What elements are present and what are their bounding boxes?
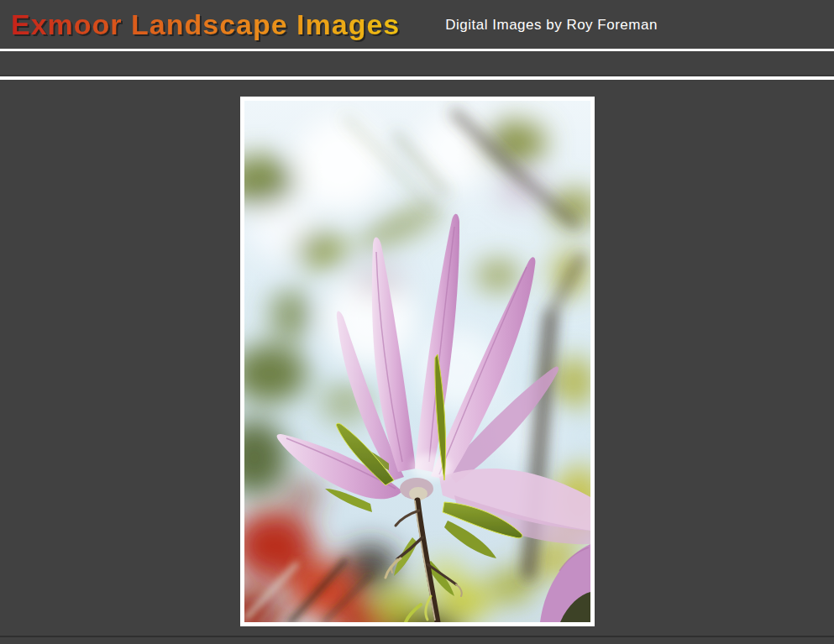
navbar (0, 51, 834, 76)
main-content (0, 80, 834, 636)
site-header: Exmoor Landscape Images Digital Images b… (0, 0, 834, 49)
page: Exmoor Landscape Images Digital Images b… (0, 0, 834, 644)
site-subtitle: Digital Images by Roy Foreman (445, 17, 658, 34)
page-footer (0, 637, 834, 644)
site-title: Exmoor Landscape Images (11, 8, 400, 41)
photo-frame[interactable] (240, 97, 595, 626)
magnolia-photo-image[interactable] (244, 101, 590, 622)
